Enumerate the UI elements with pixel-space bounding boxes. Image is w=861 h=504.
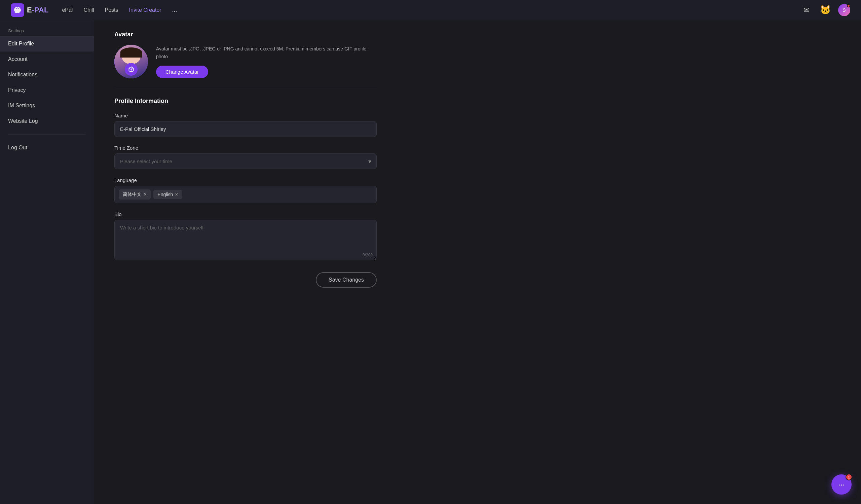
- lang-tag-chinese-label: 简体中文: [123, 191, 141, 197]
- avatar-section: Avatar must be .JPG, .JPEG or .PNG and c…: [114, 45, 377, 88]
- name-input[interactable]: [114, 121, 377, 137]
- bio-wrapper: 0/200: [114, 220, 377, 261]
- change-avatar-button[interactable]: Change Avatar: [156, 66, 208, 78]
- bio-field-group: Bio 0/200: [114, 211, 377, 261]
- nav-invite-creator[interactable]: Invite Creator: [129, 7, 161, 13]
- logo[interactable]: E-PAL: [11, 3, 49, 17]
- nav-right: ✉ 🐱 S: [801, 4, 850, 16]
- avatar-section-title: Avatar: [114, 31, 377, 38]
- avatar-rules-text: Avatar must be .JPG, .JPEG or .PNG and c…: [156, 45, 377, 60]
- logo-icon: [11, 3, 24, 17]
- page-layout: Settings Edit Profile Account Notificati…: [0, 20, 861, 504]
- sidebar-item-website-log[interactable]: Website Log: [0, 113, 94, 129]
- timezone-label: Time Zone: [114, 145, 377, 151]
- name-field-group: Name: [114, 113, 377, 137]
- lang-tag-english-label: English: [158, 192, 173, 197]
- mail-icon: ✉: [804, 6, 809, 14]
- timezone-select-wrapper: Please select your time UTC-8 Pacific Ti…: [114, 153, 377, 169]
- language-input-area[interactable]: 简体中文 × English ×: [114, 186, 377, 203]
- sidebar-item-notifications[interactable]: Notifications: [0, 67, 94, 82]
- timezone-field-group: Time Zone Please select your time UTC-8 …: [114, 145, 377, 169]
- nav-chill[interactable]: Chill: [83, 7, 94, 13]
- bio-label: Bio: [114, 211, 377, 217]
- mascot-button[interactable]: 🐱: [819, 4, 831, 16]
- lang-tag-chinese-remove[interactable]: ×: [144, 192, 147, 197]
- bio-counter: 0/200: [363, 253, 373, 257]
- bio-textarea[interactable]: [114, 220, 377, 260]
- language-field-group: Language 简体中文 × English ×: [114, 177, 377, 203]
- chat-widget[interactable]: ··· 1: [831, 474, 851, 494]
- sidebar-logout[interactable]: Log Out: [0, 140, 94, 155]
- lang-tag-chinese: 简体中文 ×: [119, 189, 151, 200]
- lang-tag-english: English ×: [153, 190, 182, 199]
- timezone-select[interactable]: Please select your time UTC-8 Pacific Ti…: [114, 153, 377, 169]
- profile-info-section: Profile Information Name Time Zone Pleas…: [114, 98, 377, 288]
- lang-tag-english-remove[interactable]: ×: [175, 192, 178, 197]
- mascot-icon: 🐱: [820, 5, 831, 15]
- save-btn-area: Save Changes: [114, 272, 377, 288]
- name-label: Name: [114, 113, 377, 119]
- nav-more[interactable]: ...: [172, 6, 177, 13]
- save-changes-button[interactable]: Save Changes: [316, 272, 377, 288]
- avatar-info: Avatar must be .JPG, .JPEG or .PNG and c…: [156, 45, 377, 78]
- main-content: Avatar: [94, 20, 397, 504]
- avatar-initial: S: [843, 8, 846, 13]
- sidebar-item-account[interactable]: Account: [0, 52, 94, 67]
- sidebar-item-privacy[interactable]: Privacy: [0, 82, 94, 98]
- nav-posts[interactable]: Posts: [105, 7, 118, 13]
- nav-epal[interactable]: ePal: [62, 7, 73, 13]
- language-label: Language: [114, 177, 377, 183]
- sidebar-settings-label: Settings: [0, 28, 94, 33]
- avatar-image: [114, 45, 148, 78]
- avatar-notification-dot: [847, 4, 850, 8]
- logo-text: E-PAL: [27, 6, 49, 14]
- nav-links: ePal Chill Posts Invite Creator ...: [62, 6, 801, 13]
- navbar: E-PAL ePal Chill Posts Invite Creator ..…: [0, 0, 861, 20]
- profile-info-title: Profile Information: [114, 98, 377, 105]
- avatar-preview: [114, 45, 148, 78]
- chat-widget-icon: ···: [838, 480, 845, 489]
- sidebar: Settings Edit Profile Account Notificati…: [0, 20, 94, 504]
- chat-badge: 1: [846, 474, 852, 480]
- sidebar-divider: [8, 134, 86, 135]
- sidebar-item-im-settings[interactable]: IM Settings: [0, 98, 94, 113]
- mail-button[interactable]: ✉: [801, 4, 812, 16]
- sidebar-item-edit-profile[interactable]: Edit Profile: [0, 36, 94, 52]
- user-avatar[interactable]: S: [838, 4, 850, 16]
